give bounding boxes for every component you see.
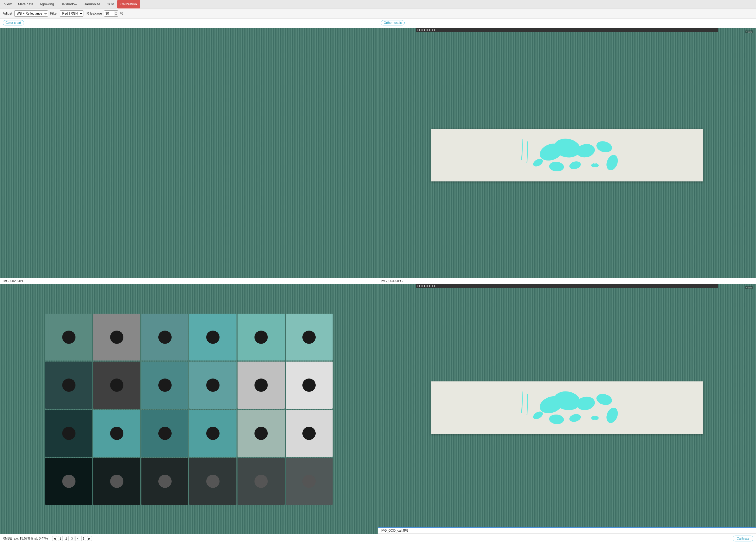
right-top-filename: IMG_0030.JPG [378,278,756,284]
cc-cell-dot [286,362,333,409]
nav-calibration[interactable]: Calibration [117,0,140,8]
page-4-btn[interactable]: 4 [75,536,80,541]
cc-cell-dot [286,314,333,361]
color-chart-image-box: colorchecker █████ [0,28,378,278]
ir-leakage-input[interactable] [104,11,114,16]
cc-cell-dot [238,362,285,409]
nav-deshadow[interactable]: DeShadow [57,0,80,8]
cc-cell-dot [93,410,140,457]
ir-leakage-label: IR leakage [86,11,102,15]
orthomosaic-image-bottom: ✦ xrite ▐▐▐▐▐▐▐▐▐▐▐ [378,284,756,527]
cc-cell-dot [238,410,285,457]
cc-cell-dot [141,410,189,457]
cc-cell-dot [93,458,140,505]
adjust-select[interactable]: WB + Reflectance [14,10,48,17]
page-1-btn[interactable]: 1 [58,536,63,541]
ortho-board-bottom [431,381,703,434]
leaves-svg-bottom [435,386,699,429]
left-bottom-panel: colorchecker █████ [0,284,378,534]
cc-cell-dot [141,458,189,505]
status-bar: RMSE raw: 15.57% final: 0.47% ◀ 1 2 3 4 … [0,534,756,543]
left-top-panel: colorchecker █████ [0,28,378,284]
cc-cell-dot [238,314,285,361]
color-checker-image-bottom: colorchecker █████ [0,284,378,534]
page-5-btn[interactable]: 5 [81,536,86,541]
page-3-btn[interactable]: 3 [70,536,74,541]
calibrate-button[interactable]: Calibrate [733,536,753,541]
orthomosaic-image-top: ✦ xrite ▐▐▐▐▐▐▐▐▐▐▐ [378,28,756,278]
cc-cell-dot [93,362,140,409]
nav-metadata[interactable]: Meta data [15,0,37,8]
svg-point-11 [595,392,613,406]
top-image-row: colorchecker █████ [0,28,756,284]
orthomosaic-image-box-bottom: ✦ xrite ▐▐▐▐▐▐▐▐▐▐▐ [378,284,756,527]
nav-harmonize[interactable]: Harmonize [80,0,104,8]
svg-point-14 [569,413,582,423]
nav-gcp[interactable]: GCP [103,0,117,8]
cc-cell-dot [189,362,236,409]
ir-leakage-up[interactable]: ▲ [114,10,118,14]
ir-leakage-input-wrap: ▲ ▼ [104,10,118,17]
toolbar: Adjust WB + Reflectance Filter Red | RGN… [0,8,756,19]
right-bottom-filename: IMG_0030_cal.JPG [378,527,756,534]
nav-agrowing[interactable]: Agrowing [37,0,57,8]
cc-cell-dot [189,314,236,361]
color-checker-image: colorchecker █████ [0,28,378,278]
cc-cell-dot [189,458,236,505]
cc-cell-dot [141,314,189,361]
svg-point-7 [604,153,620,172]
page-next-btn[interactable]: ▶ [87,536,92,541]
rmse-text: RMSE raw: 15.57% final: 0.47% [3,537,48,540]
svg-point-5 [549,161,564,172]
svg-point-15 [604,406,620,424]
percent-label: % [120,11,123,15]
navbar: View Meta data Agrowing DeShadow Harmoni… [0,0,756,8]
ortho-board-top [431,129,703,181]
filter-select[interactable]: Red | RGN [60,10,83,17]
cc-cell-dot [45,410,92,457]
leaves-svg-top [435,133,699,176]
cc-cell-dot [45,458,92,505]
cc-cell-dot [45,362,92,409]
page-prev-btn[interactable]: ◀ [52,536,57,541]
ir-leakage-down[interactable]: ▼ [114,14,118,17]
page-2-btn[interactable]: 2 [64,536,69,541]
main-content: Color chart Orthomosaic colorchecker ███… [0,19,756,543]
cc-cell-dot [93,314,140,361]
orthomosaic-image-box: ✦ xrite ▐▐▐▐▐▐▐▐▐▐▐ [378,28,756,278]
adjust-label: Adjust [3,11,12,15]
right-top-panel: ✦ xrite ▐▐▐▐▐▐▐▐▐▐▐ [378,28,756,284]
cc-cell-dot [189,410,236,457]
svg-point-6 [569,160,582,170]
color-chart-image-box-bottom: colorchecker █████ [0,284,378,534]
cc-cell-dot [238,458,285,505]
orthomosaic-btn[interactable]: Orthomosaic [381,20,405,25]
filter-label: Filter [50,11,58,15]
cc-cell-dot [45,314,92,361]
right-bottom-panel: ✦ xrite ▐▐▐▐▐▐▐▐▐▐▐ [378,284,756,534]
cc-cell-dot [286,410,333,457]
color-chart-btn[interactable]: Color chart [3,20,24,25]
nav-view[interactable]: View [1,0,15,8]
left-top-filename: IMG_0029.JPG [0,278,378,284]
cc-cell-dot [141,362,189,409]
pagination: ◀ 1 2 3 4 5 ▶ [52,536,92,541]
cc-cell-dot [286,458,333,505]
svg-point-3 [595,139,613,154]
bottom-image-row: colorchecker █████ [0,284,756,534]
ir-leakage-spinner: ▲ ▼ [114,10,118,17]
svg-point-13 [549,414,564,425]
